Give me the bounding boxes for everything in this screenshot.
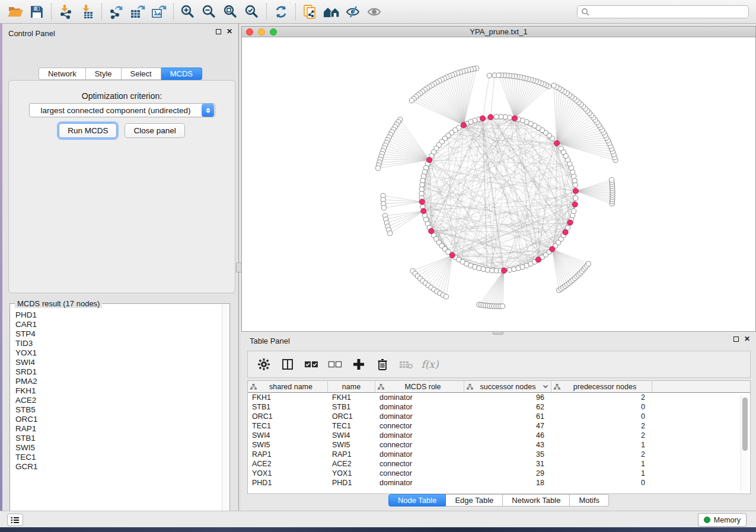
cell-successor-nodes[interactable]: 29	[464, 469, 551, 477]
cell-name[interactable]: ORC1	[328, 412, 375, 421]
cell-shared-name[interactable]: YOX1	[248, 469, 328, 477]
float-table-panel-icon[interactable]	[733, 336, 739, 342]
mcds-result-item[interactable]: YOX1	[15, 348, 223, 358]
cell-shared-name[interactable]: STB1	[248, 403, 328, 411]
cell-MCDS-role[interactable]: connector	[375, 422, 464, 430]
table-row[interactable]: RAP1RAP1dominator352	[248, 450, 750, 459]
column-header-predecessor-nodes[interactable]: predecessor nodes	[551, 381, 652, 392]
cell-shared-name[interactable]: ACE2	[248, 460, 328, 468]
save-session-button[interactable]	[26, 2, 47, 21]
toggle-panel-button[interactable]	[279, 355, 296, 373]
cell-name[interactable]: YOX1	[328, 469, 375, 477]
cell-shared-name[interactable]: SWI4	[248, 431, 328, 440]
export-table-button[interactable]	[127, 2, 148, 21]
apply-layout-button[interactable]	[270, 2, 292, 21]
open-file-button[interactable]	[5, 2, 26, 21]
close-panel-icon[interactable]: ✕	[227, 28, 232, 34]
cell-predecessor-nodes[interactable]: 1	[551, 441, 652, 449]
tab-select[interactable]: Select	[122, 68, 161, 80]
mcds-result-list[interactable]: PHD1CAR1STP4TID3YOX1SWI4SRD1PMA2FKH1ACE2…	[11, 309, 223, 518]
cell-MCDS-role[interactable]: dominator	[375, 412, 464, 421]
table-row[interactable]: SWI4SWI4dominator462	[248, 431, 750, 440]
cell-successor-nodes[interactable]: 61	[464, 412, 551, 421]
close-panel-button[interactable]: Close panel	[125, 123, 184, 138]
cell-name[interactable]: FKH1	[328, 393, 375, 402]
clone-network-button[interactable]	[299, 2, 321, 21]
mcds-result-item[interactable]: STB5	[15, 405, 223, 415]
cell-MCDS-role[interactable]: dominator	[375, 431, 464, 440]
mcds-result-item[interactable]: SRD1	[15, 367, 223, 377]
mcds-result-item[interactable]: SWI4	[15, 358, 223, 367]
close-table-panel-icon[interactable]: ✕	[744, 336, 750, 342]
column-header-name[interactable]: name	[328, 381, 375, 392]
cell-predecessor-nodes[interactable]: 0	[551, 403, 652, 411]
mcds-result-item[interactable]: SWI5	[15, 443, 223, 453]
cell-shared-name[interactable]: TEC1	[248, 422, 328, 430]
cell-successor-nodes[interactable]: 43	[464, 441, 551, 449]
table-row[interactable]: YOX1YOX1connector291	[248, 469, 750, 478]
cell-predecessor-nodes[interactable]: 2	[551, 450, 652, 459]
cell-name[interactable]: PHD1	[328, 479, 375, 487]
tab-network-table[interactable]: Network Table	[503, 494, 570, 507]
cell-predecessor-nodes[interactable]: 2	[551, 393, 652, 402]
tab-edge-table[interactable]: Edge Table	[446, 494, 503, 507]
search-input[interactable]	[590, 7, 748, 17]
cell-name[interactable]: RAP1	[328, 450, 375, 459]
cell-successor-nodes[interactable]: 18	[464, 479, 551, 487]
cell-MCDS-role[interactable]: dominator	[375, 393, 464, 402]
column-header-successor-nodes[interactable]: successor nodes	[464, 381, 551, 392]
window-minimize-icon[interactable]	[258, 28, 265, 36]
mcds-result-item[interactable]: GCR1	[15, 462, 223, 472]
cell-name[interactable]: ACE2	[328, 460, 375, 468]
mcds-result-item[interactable]: ORC1	[15, 415, 223, 424]
zoom-selected-button[interactable]	[241, 2, 263, 21]
cell-successor-nodes[interactable]: 47	[464, 422, 551, 430]
cell-MCDS-role[interactable]: dominator	[375, 403, 464, 411]
deselect-all-button[interactable]	[326, 355, 344, 373]
cell-MCDS-role[interactable]: dominator	[375, 450, 464, 459]
mcds-result-item[interactable]: TEC1	[15, 453, 223, 462]
cell-name[interactable]: STB1	[328, 403, 375, 411]
cell-successor-nodes[interactable]: 35	[464, 450, 551, 459]
cell-successor-nodes[interactable]: 96	[464, 393, 551, 402]
mcds-result-item[interactable]: PMA2	[15, 377, 223, 386]
tab-node-table[interactable]: Node Table	[388, 494, 446, 507]
window-maximize-icon[interactable]	[270, 28, 277, 36]
table-scrollbar[interactable]	[741, 395, 748, 491]
cell-shared-name[interactable]: RAP1	[248, 450, 328, 459]
mcds-result-item[interactable]: ACE2	[15, 396, 223, 405]
mcds-result-item[interactable]: RAP1	[15, 424, 223, 434]
cell-predecessor-nodes[interactable]: 1	[551, 469, 652, 477]
mcds-result-item[interactable]: STP4	[15, 329, 223, 339]
cell-successor-nodes[interactable]: 62	[464, 403, 551, 411]
cell-predecessor-nodes[interactable]: 1	[551, 460, 652, 468]
cell-name[interactable]: TEC1	[328, 422, 375, 430]
column-header-shared-name[interactable]: shared name	[248, 381, 328, 392]
cell-MCDS-role[interactable]: connector	[375, 469, 464, 477]
table-row[interactable]: FKH1FKH1dominator962	[248, 393, 750, 402]
export-network-button[interactable]	[106, 2, 127, 21]
tab-style[interactable]: Style	[86, 68, 122, 80]
import-table-button[interactable]	[76, 2, 98, 21]
cell-predecessor-nodes[interactable]: 2	[551, 422, 652, 430]
cell-shared-name[interactable]: FKH1	[248, 393, 328, 402]
mcds-result-item[interactable]: FKH1	[15, 386, 223, 396]
tab-network[interactable]: Network	[39, 68, 86, 80]
cell-name[interactable]: SWI5	[328, 441, 375, 449]
table-row[interactable]: TEC1TEC1connector472	[248, 421, 750, 431]
table-row[interactable]: ORC1ORC1dominator610	[248, 412, 750, 421]
add-column-button[interactable]	[350, 355, 368, 373]
task-history-button[interactable]	[7, 514, 23, 526]
cell-MCDS-role[interactable]: connector	[375, 441, 464, 449]
first-neighbors-button[interactable]	[321, 2, 342, 21]
show-all-button[interactable]	[363, 2, 385, 21]
cell-MCDS-role[interactable]: connector	[375, 460, 464, 468]
mcds-result-item[interactable]: PHD1	[15, 310, 223, 320]
network-graph[interactable]	[242, 37, 755, 331]
mcds-result-item[interactable]: STB1	[15, 434, 223, 443]
network-window-titlebar[interactable]: YPA_prune.txt_1	[242, 27, 755, 37]
table-row[interactable]: SWI5SWI5connector431	[248, 440, 750, 450]
mcds-result-item[interactable]: TID3	[15, 339, 223, 348]
tab-mcds[interactable]: MCDS	[161, 68, 202, 80]
tab-motifs[interactable]: Motifs	[570, 494, 609, 507]
